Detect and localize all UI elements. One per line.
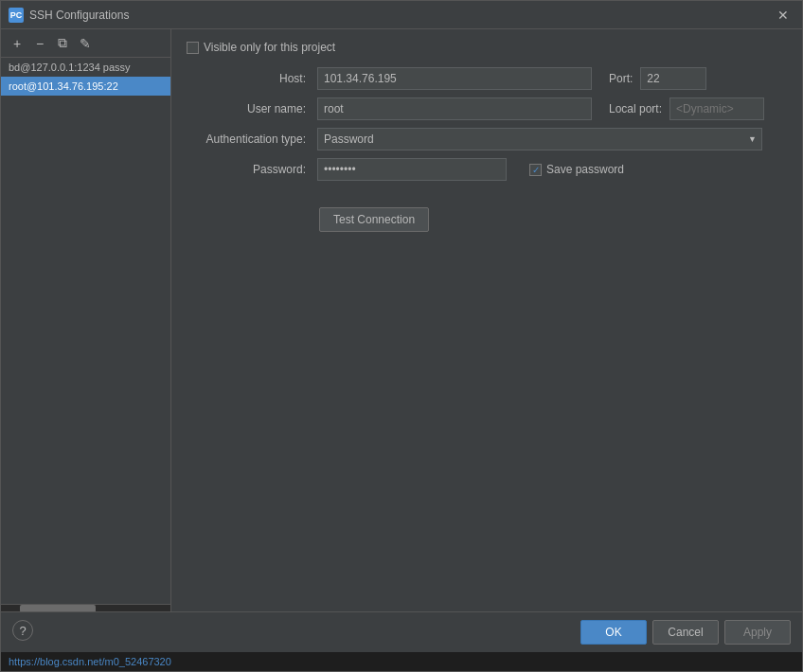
local-port-input[interactable] bbox=[669, 97, 764, 120]
sidebar: + − ⧉ ✎ bd@127.0.0.1:1234 passy root@101… bbox=[1, 29, 171, 611]
auth-type-label: Authentication type: bbox=[187, 133, 310, 146]
sidebar-item-bd[interactable]: bd@127.0.0.1:1234 passy bbox=[1, 58, 170, 77]
username-input[interactable] bbox=[317, 97, 592, 120]
sidebar-item-root[interactable]: root@101.34.76.195:22 bbox=[1, 77, 170, 96]
visible-only-row: Visible only for this project bbox=[187, 41, 787, 54]
save-password-label: Save password bbox=[546, 163, 624, 176]
test-connection-button[interactable]: Test Connection bbox=[319, 207, 429, 232]
ssh-configurations-dialog: PC SSH Configurations ✕ + − ⧉ ✎ bd@127.0… bbox=[0, 0, 803, 672]
ok-button[interactable]: OK bbox=[580, 620, 647, 645]
config-list: bd@127.0.0.1:1234 passy root@101.34.76.1… bbox=[1, 58, 170, 604]
add-config-button[interactable]: + bbox=[7, 33, 27, 54]
form-panel: Visible only for this project Host: Port… bbox=[171, 29, 802, 611]
app-icon: PC bbox=[9, 8, 24, 23]
apply-button[interactable]: Apply bbox=[724, 620, 791, 645]
port-input[interactable] bbox=[640, 67, 706, 90]
main-content: + − ⧉ ✎ bd@127.0.0.1:1234 passy root@101… bbox=[1, 29, 802, 611]
scrollbar-thumb bbox=[20, 605, 96, 611]
close-button[interactable]: ✕ bbox=[772, 6, 794, 25]
bottom-bar: ? OK Cancel Apply bbox=[1, 611, 802, 652]
host-input[interactable] bbox=[317, 67, 592, 90]
sidebar-scrollbar[interactable] bbox=[1, 604, 170, 611]
host-label: Host: bbox=[187, 72, 310, 85]
help-button[interactable]: ? bbox=[12, 620, 33, 641]
status-bar: https://blog.csdn.net/m0_52467320 bbox=[1, 652, 802, 671]
status-url: https://blog.csdn.net/m0_52467320 bbox=[9, 656, 171, 667]
auth-type-select-wrapper: Password bbox=[317, 128, 762, 150]
title-bar: PC SSH Configurations ✕ bbox=[1, 1, 802, 29]
visible-only-label: Visible only for this project bbox=[204, 41, 335, 54]
copy-config-button[interactable]: ⧉ bbox=[52, 33, 73, 54]
sidebar-toolbar: + − ⧉ ✎ bbox=[1, 29, 170, 58]
password-input[interactable] bbox=[317, 158, 507, 181]
password-label: Password: bbox=[187, 163, 310, 176]
visible-only-checkbox[interactable] bbox=[187, 42, 199, 54]
help-area: ? bbox=[12, 620, 33, 641]
dialog-title: SSH Configurations bbox=[29, 9, 772, 22]
local-port-label: Local port: bbox=[609, 102, 662, 115]
visible-only-checkbox-container[interactable]: Visible only for this project bbox=[187, 41, 335, 54]
username-label: User name: bbox=[187, 102, 310, 115]
cancel-button[interactable]: Cancel bbox=[652, 620, 719, 645]
port-label: Port: bbox=[609, 72, 633, 85]
save-password-checkbox[interactable] bbox=[529, 164, 542, 176]
auth-type-select[interactable]: Password bbox=[317, 128, 762, 150]
edit-config-button[interactable]: ✎ bbox=[75, 33, 96, 54]
save-password-container[interactable]: Save password bbox=[529, 163, 624, 176]
remove-config-button[interactable]: − bbox=[29, 33, 50, 54]
